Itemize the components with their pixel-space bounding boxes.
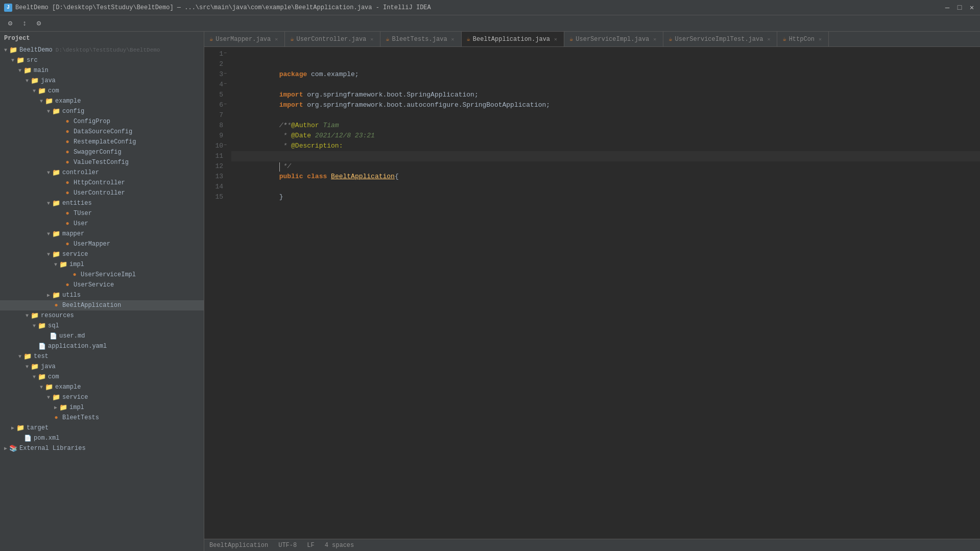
- tree-item-external-libraries[interactable]: 📚 External Libraries: [0, 443, 204, 453]
- tree-item-ConfigProp[interactable]: ● ConfigProp: [0, 116, 204, 127]
- tree-item-DataSourceConfig[interactable]: ● DataSourceConfig: [0, 127, 204, 137]
- tree-label-pom-xml: pom.xml: [34, 435, 59, 442]
- line-num-9: 9: [204, 131, 223, 141]
- tree-item-UserServiceImpl[interactable]: ● UserServiceImpl: [0, 270, 204, 280]
- tab-close-UserController[interactable]: ✕: [369, 36, 375, 42]
- app-icon: J: [4, 4, 12, 12]
- maximize-button[interactable]: □: [955, 4, 964, 12]
- tree-item-TUser[interactable]: ● TUser: [0, 208, 204, 219]
- tab-UserController[interactable]: ☕ UserController.java ✕: [285, 32, 380, 46]
- toolbar-btn-1[interactable]: ⚙: [4, 17, 16, 30]
- project-icon: 📁: [9, 46, 17, 54]
- tab-label-UserMapper: UserMapper.java: [216, 36, 271, 43]
- tree-item-application-yaml[interactable]: 📄 application.yaml: [0, 341, 204, 351]
- project-sidebar[interactable]: Project 📁 BeeltDemo D:\desktop\TestStudu…: [0, 32, 204, 551]
- tree-item-test[interactable]: 📁 test: [0, 351, 204, 362]
- java-file-icon-RestemplateConfig: ●: [63, 138, 71, 146]
- folder-icon-entities: 📁: [52, 199, 60, 207]
- tree-item-test-java[interactable]: 📁 java: [0, 362, 204, 372]
- tree-item-target[interactable]: 📁 target: [0, 423, 204, 433]
- tree-item-test-service[interactable]: 📁 service: [0, 392, 204, 402]
- tab-UserServiceImplTest[interactable]: ☕ UserServiceImplTest.java ✕: [663, 32, 777, 46]
- folder-icon-example: 📁: [45, 97, 53, 105]
- code-line-12: public class BeeltApplication{: [231, 161, 980, 172]
- tree-item-UserMapper-file[interactable]: ● UserMapper: [0, 239, 204, 249]
- line-num-3: 3: [204, 69, 223, 80]
- tree-item-example[interactable]: 📁 example: [0, 96, 204, 106]
- tree-item-resources[interactable]: 📁 resources: [0, 310, 204, 321]
- folder-icon-impl: 📁: [59, 260, 67, 269]
- tree-label-DataSourceConfig: DataSourceConfig: [74, 128, 132, 135]
- tree-item-config[interactable]: 📁 config: [0, 106, 204, 116]
- tree-item-controller[interactable]: 📁 controller: [0, 167, 204, 178]
- tree-item-pom-xml[interactable]: 📄 pom.xml: [0, 433, 204, 443]
- tab-BleetTests[interactable]: ☕ BleetTests.java ✕: [380, 32, 461, 46]
- tree-item-entities[interactable]: 📁 entities: [0, 198, 204, 208]
- tree-item-HttpController[interactable]: ● HttpController: [0, 178, 204, 188]
- tree-item-java[interactable]: 📁 java: [0, 76, 204, 86]
- tree-label-TUser: TUser: [74, 210, 92, 217]
- tree-label-test-com: com: [48, 373, 59, 380]
- tree-item-test-com[interactable]: 📁 com: [0, 372, 204, 382]
- tab-close-BeeltApplication[interactable]: ✕: [553, 36, 559, 42]
- tree-item-RestemplateConfig[interactable]: ● RestemplateConfig: [0, 137, 204, 147]
- tree-arrow-config: [45, 108, 52, 115]
- tree-item-service[interactable]: 📁 service: [0, 249, 204, 259]
- tree-item-test-example[interactable]: 📁 example: [0, 382, 204, 392]
- line-num-2: 2: [204, 59, 223, 69]
- tree-item-utils[interactable]: 📁 utils: [0, 290, 204, 300]
- fold-icon-4[interactable]: −: [222, 81, 228, 87]
- title-bar: J BeeltDemo [D:\desktop\TestStuduy\Beelt…: [0, 0, 980, 15]
- java-file-icon-BleetTests: ●: [52, 414, 60, 422]
- folder-icon-main: 📁: [23, 66, 32, 75]
- tree-item-com[interactable]: 📁 com: [0, 86, 204, 96]
- tab-close-UserServiceImplTest[interactable]: ✕: [766, 36, 772, 42]
- tree-item-UserService[interactable]: ● UserService: [0, 280, 204, 290]
- toolbar-btn-2[interactable]: ↕: [18, 17, 31, 30]
- title-bar-text: BeeltDemo [D:\desktop\TestStuduy\BeeltDe…: [15, 4, 943, 11]
- tree-item-UserController-file[interactable]: ● UserController: [0, 188, 204, 198]
- tree-arrow-com: [31, 87, 38, 94]
- tree-item-ValueTestConfig[interactable]: ● ValueTestConfig: [0, 157, 204, 167]
- tree-item-mapper[interactable]: 📁 mapper: [0, 229, 204, 239]
- toolbar-btn-3[interactable]: ⚙: [33, 17, 45, 30]
- tree-item-src[interactable]: 📁 src: [0, 55, 204, 65]
- tab-close-BleetTests[interactable]: ✕: [450, 36, 456, 42]
- sidebar-header: Project: [0, 32, 204, 45]
- tree-item-SwaggerConfig[interactable]: ● SwaggerConfig: [0, 147, 204, 157]
- tree-item-impl[interactable]: 📁 impl: [0, 259, 204, 270]
- fold-icon-10[interactable]: −: [222, 142, 228, 149]
- tree-item-test-impl[interactable]: 📁 impl: [0, 402, 204, 413]
- tab-UserServiceImpl[interactable]: ☕ UserServiceImpl.java ✕: [564, 32, 663, 46]
- close-button[interactable]: ✕: [968, 4, 976, 12]
- fold-icon-6[interactable]: −: [222, 102, 228, 108]
- tab-close-HttpCon[interactable]: ✕: [817, 36, 823, 42]
- code-editor[interactable]: 1 2 3 4 5 6 7 8 9 10 11 12 13 14 15: [204, 47, 980, 539]
- tab-UserMapper[interactable]: ☕ UserMapper.java ✕: [204, 32, 285, 46]
- tree-item-BleetTests[interactable]: ● BleetTests: [0, 413, 204, 423]
- tree-item-main[interactable]: 📁 main: [0, 65, 204, 76]
- tab-label-UserServiceImpl: UserServiceImpl.java: [576, 36, 649, 43]
- tab-close-UserMapper[interactable]: ✕: [273, 36, 279, 42]
- tree-label-test-service: service: [62, 394, 88, 401]
- toolbar: ⚙ ↕ ⚙: [0, 15, 980, 32]
- tab-BeeltApplication[interactable]: ☕ BeeltApplication.java ✕: [462, 32, 564, 46]
- status-line-ending: LF: [307, 542, 314, 549]
- tab-HttpCon[interactable]: ☕ HttpCon ✕: [777, 32, 829, 46]
- tree-item-BeeltApplication-file[interactable]: ● BeeltApplication: [0, 300, 204, 310]
- minimize-button[interactable]: —: [943, 4, 951, 12]
- fold-icon-3[interactable]: −: [222, 71, 228, 77]
- tree-label-sql: sql: [48, 322, 59, 329]
- java-file-icon-BeeltApplication: ●: [52, 301, 60, 309]
- tree-item-BeeltDemo[interactable]: 📁 BeeltDemo D:\desktop\TestStuduy\BeeltD…: [0, 45, 204, 55]
- tree-item-user-md[interactable]: 📄 user.md: [0, 331, 204, 341]
- tree-item-User[interactable]: ● User: [0, 219, 204, 229]
- tab-close-UserServiceImpl[interactable]: ✕: [652, 36, 658, 42]
- tree-item-sql[interactable]: 📁 sql: [0, 321, 204, 331]
- tree-label-external-libraries: External Libraries: [19, 445, 86, 452]
- tree-label-User: User: [74, 220, 88, 227]
- fold-icon-1[interactable]: −: [222, 51, 228, 57]
- window-controls[interactable]: — □ ✕: [943, 4, 976, 12]
- code-line-13: [231, 172, 980, 182]
- folder-icon-mapper: 📁: [52, 230, 60, 238]
